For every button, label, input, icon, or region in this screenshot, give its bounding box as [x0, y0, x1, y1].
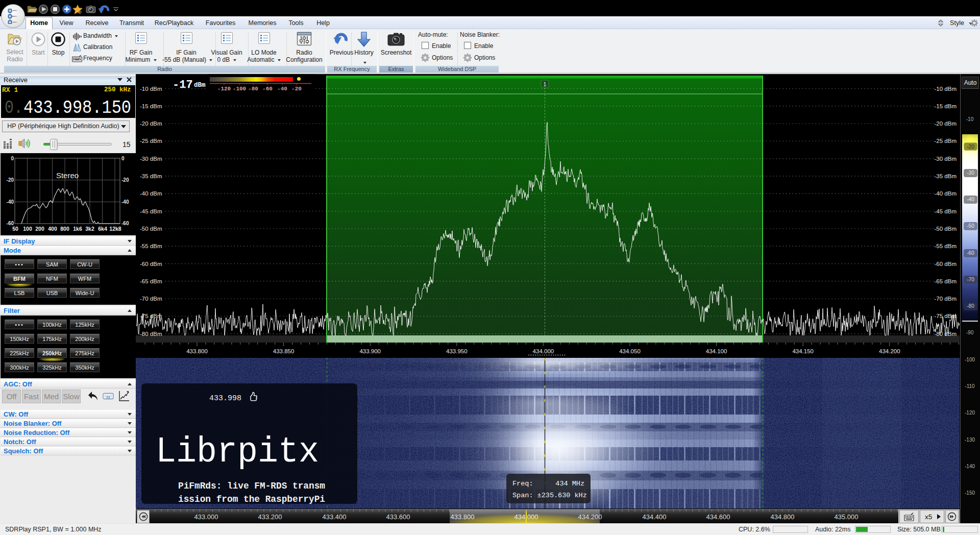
svg-text:0: 0	[121, 156, 125, 161]
svg-text:-55 dBm: -55 dBm	[140, 243, 162, 249]
svg-text:-15 dBm: -15 dBm	[140, 103, 162, 109]
svg-text:PiFmRds: live FM-RDS transm: PiFmRds: live FM-RDS transm	[178, 481, 325, 491]
svg-text:200: 200	[35, 226, 44, 232]
svg-text:435.000: 435.000	[835, 513, 859, 521]
svg-text:-80 dBm: -80 dBm	[140, 331, 162, 337]
svg-text:-25 dBm: -25 dBm	[935, 138, 957, 144]
svg-text:Freq:: Freq:	[512, 480, 533, 488]
svg-text:434.800: 434.800	[771, 513, 795, 521]
svg-text:50: 50	[12, 226, 18, 232]
svg-text:-40: -40	[7, 199, 14, 205]
svg-text:-60: -60	[121, 221, 129, 226]
svg-text:434.400: 434.400	[643, 513, 667, 521]
svg-text:-50 dBm: -50 dBm	[140, 226, 162, 232]
svg-text:434.200: 434.200	[578, 513, 602, 521]
svg-text:433.600: 433.600	[386, 513, 410, 521]
svg-text:-17: -17	[173, 79, 193, 91]
svg-text:0.: 0.	[5, 97, 23, 117]
svg-text:12k8: 12k8	[109, 226, 121, 232]
svg-text:433.998: 433.998	[209, 394, 241, 403]
svg-text:434.050: 434.050	[619, 348, 641, 354]
svg-text:-30 dBm: -30 dBm	[935, 156, 957, 162]
svg-text:-35 dBm: -35 dBm	[935, 173, 957, 179]
svg-text:-60: -60	[262, 86, 273, 92]
svg-text:-40 dBm: -40 dBm	[935, 190, 957, 197]
svg-text:-40: -40	[121, 199, 129, 205]
svg-text:433.400: 433.400	[323, 513, 347, 521]
svg-text:Librpitx: Librpitx	[156, 432, 319, 472]
svg-text:433.200: 433.200	[258, 513, 282, 521]
svg-text:-20 dBm: -20 dBm	[935, 120, 957, 127]
svg-text:434 MHz: 434 MHz	[555, 480, 584, 488]
svg-text:-30 dBm: -30 dBm	[140, 156, 162, 162]
svg-text:-60 dBm: -60 dBm	[935, 261, 957, 267]
svg-text:-10 dBm: -10 dBm	[935, 86, 957, 92]
svg-text:-60 dBm: -60 dBm	[140, 261, 162, 267]
svg-text:434.200: 434.200	[879, 348, 900, 354]
svg-text:-50 dBm: -50 dBm	[935, 226, 957, 232]
svg-text:1: 1	[544, 81, 547, 87]
svg-text:-20: -20	[291, 86, 302, 92]
svg-text:-120: -120	[217, 86, 231, 92]
svg-text:434.600: 434.600	[706, 513, 730, 521]
svg-text:-70 dBm: -70 dBm	[140, 296, 162, 302]
svg-text:-45 dBm: -45 dBm	[140, 208, 162, 214]
svg-text:433.900: 433.900	[359, 348, 381, 354]
svg-text:433.850: 433.850	[273, 348, 295, 354]
svg-text:-20: -20	[7, 177, 14, 183]
svg-text:3k2: 3k2	[85, 226, 94, 232]
svg-text:-20: -20	[121, 177, 129, 183]
svg-text:1k6: 1k6	[73, 226, 82, 232]
svg-text:-20 dBm: -20 dBm	[140, 120, 162, 127]
svg-text:-25 dBm: -25 dBm	[140, 138, 162, 144]
svg-text:433.800: 433.800	[451, 513, 475, 521]
svg-text:ission from the RaspberryPi: ission from the RaspberryPi	[178, 494, 325, 504]
svg-text:-65 dBm: -65 dBm	[140, 278, 162, 284]
svg-text:-40 dBm: -40 dBm	[140, 190, 162, 197]
svg-text:-15 dBm: -15 dBm	[935, 103, 957, 109]
svg-text:6k4: 6k4	[98, 226, 107, 232]
svg-text:-40: -40	[277, 86, 287, 92]
svg-text:-70 dBm: -70 dBm	[935, 296, 957, 302]
svg-text:Stereo: Stereo	[56, 171, 79, 180]
svg-text:-35 dBm: -35 dBm	[140, 173, 162, 179]
svg-text:434.150: 434.150	[792, 348, 814, 354]
svg-text:-55 dBm: -55 dBm	[935, 243, 957, 249]
svg-text:-100: -100	[233, 86, 246, 92]
svg-text:434.000: 434.000	[533, 348, 554, 354]
svg-text:100: 100	[23, 226, 32, 232]
svg-text:-80: -80	[248, 86, 258, 92]
svg-text:433.950: 433.950	[446, 348, 468, 354]
svg-text:dBm: dBm	[194, 82, 206, 89]
svg-text:433.800: 433.800	[186, 348, 208, 354]
svg-text:-65 dBm: -65 dBm	[935, 278, 957, 284]
svg-text:-10 dBm: -10 dBm	[140, 86, 162, 92]
svg-text:434.000: 434.000	[514, 513, 538, 521]
svg-text:400: 400	[48, 226, 57, 232]
svg-text:Span: ±235.630 kHz: Span: ±235.630 kHz	[512, 492, 587, 499]
svg-text:-45 dBm: -45 dBm	[935, 208, 957, 214]
svg-text:433.998.150: 433.998.150	[23, 97, 131, 117]
svg-text:800: 800	[60, 226, 69, 232]
svg-text:433.000: 433.000	[194, 513, 218, 521]
svg-text:0: 0	[11, 156, 14, 161]
svg-text:434.100: 434.100	[706, 348, 727, 354]
